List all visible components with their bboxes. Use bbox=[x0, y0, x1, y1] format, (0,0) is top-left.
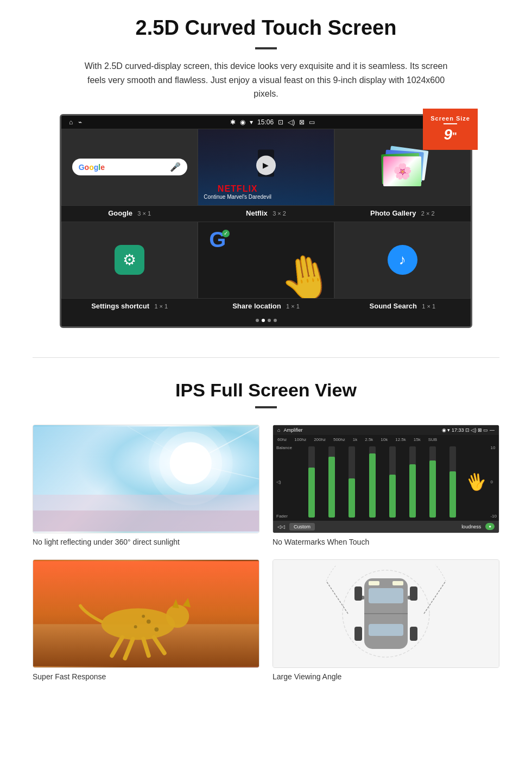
app-grid-row1: Google 🎤 bbox=[61, 129, 471, 206]
svg-point-16 bbox=[134, 625, 137, 628]
hand-on-eq-icon: 🖐 bbox=[464, 470, 489, 494]
feature-img-no-light bbox=[33, 425, 259, 533]
amplifier-display: ⌂ Amplifier ◉ ▾ 17:33 ⊡ ◁) ⊠ ▭ — 60hz 10… bbox=[273, 425, 499, 533]
eq-bar-5 bbox=[389, 446, 396, 518]
eq-bar-group-4 bbox=[363, 446, 382, 518]
app-cell-share-location[interactable]: G ✓ 🤚 bbox=[198, 222, 334, 299]
feature-img-car bbox=[273, 559, 499, 668]
app-grid-row2: ⚙ G ✓ 🤚 ♪ bbox=[61, 222, 471, 299]
volume-icon: ◁) bbox=[288, 118, 295, 126]
status-time: 15:06 bbox=[257, 118, 274, 126]
section-curved-screen: 2.5D Curved Touch Screen With 2.5D curve… bbox=[0, 0, 532, 341]
app-label-sound: Sound Search 1 × 1 bbox=[334, 299, 471, 314]
mic-icon: 🎤 bbox=[170, 162, 181, 172]
feature-caption-no-light: No light reflecting under 360° direct su… bbox=[33, 538, 259, 546]
sky-svg bbox=[33, 425, 259, 533]
eq-fill-8 bbox=[449, 471, 456, 518]
badge-underline bbox=[444, 123, 457, 124]
eq-bar-group bbox=[302, 446, 321, 518]
photo-flower-card: 🌸 bbox=[383, 156, 421, 186]
section2-title: IPS Full Screen View bbox=[33, 380, 499, 401]
svg-point-15 bbox=[147, 619, 151, 623]
feature-caption-no-watermarks: No Watermarks When Touch bbox=[273, 538, 499, 546]
wifi-icon: ▾ bbox=[250, 118, 253, 126]
share-app-size: 1 × 1 bbox=[286, 303, 300, 310]
feature-grid: No light reflecting under 360° direct su… bbox=[33, 425, 499, 681]
app-cell-sound-search[interactable]: ♪ bbox=[334, 222, 471, 299]
eq-bar-group-6 bbox=[403, 446, 422, 518]
badge-label: Screen Size bbox=[430, 115, 470, 122]
eq-bar-group-5 bbox=[383, 446, 402, 518]
cheetah-svg bbox=[33, 560, 259, 667]
amp-back-icon: ◁◁ bbox=[277, 524, 285, 529]
share-app-name: Share location bbox=[232, 302, 281, 310]
title-underline-1 bbox=[255, 47, 277, 49]
settings-bg: ⚙ bbox=[62, 222, 197, 298]
feature-caption-fast-response: Super Fast Response bbox=[33, 672, 259, 681]
amp-loudness-label: loudness bbox=[461, 524, 481, 529]
feature-fast-response: Super Fast Response bbox=[33, 559, 259, 681]
eq-bar-4 bbox=[369, 446, 376, 518]
app-label-row1: Google 3 × 1 Netflix 3 × 2 Photo Gallery… bbox=[61, 206, 471, 222]
photo-app-size: 2 × 2 bbox=[421, 210, 435, 217]
square-icon: ▭ bbox=[309, 118, 315, 126]
pagination-dots bbox=[61, 314, 471, 326]
app-cell-netflix[interactable]: ▶ NETFLIX Continue Marvel's Daredevil bbox=[198, 129, 334, 206]
amp-custom-btn: Custom bbox=[289, 523, 315, 531]
netflix-subtitle: Continue Marvel's Daredevil bbox=[204, 194, 271, 200]
feature-caption-large-angle: Large Viewing Angle bbox=[273, 672, 499, 681]
netflix-content: ▶ NETFLIX Continue Marvel's Daredevil bbox=[198, 129, 333, 205]
eq-fill-6 bbox=[409, 464, 416, 518]
gear-icon: ⚙ bbox=[123, 251, 136, 269]
photo-app-name: Photo Gallery bbox=[370, 209, 416, 217]
device-mockup: Screen Size 9" ⌂ ⌁ ✱ ◉ ▾ 15:06 ⊡ ◁) bbox=[60, 114, 472, 328]
cheetah-image bbox=[33, 560, 259, 667]
camera-icon: ⊡ bbox=[278, 118, 283, 126]
amp-title: Amplifier bbox=[283, 427, 302, 433]
screen-size-badge: Screen Size 9" bbox=[423, 109, 478, 150]
settings-app-name: Settings shortcut bbox=[91, 302, 149, 310]
svg-rect-8 bbox=[33, 510, 259, 532]
eq-bar-8 bbox=[449, 446, 456, 518]
amp-icons: ◉ ▾ 17:33 ⊡ ◁) ⊠ ▭ — bbox=[442, 427, 495, 433]
music-note-icon: ♪ bbox=[388, 245, 417, 275]
eq-bar-1 bbox=[308, 446, 315, 518]
car-top-view bbox=[273, 560, 499, 667]
app-cell-google[interactable]: Google 🎤 bbox=[61, 129, 198, 206]
amp-footer: ◁◁ Custom loudness ● bbox=[273, 521, 499, 533]
google-logo: Google bbox=[79, 163, 105, 172]
svg-rect-35 bbox=[369, 581, 379, 585]
amp-home-icon: ⌂ bbox=[277, 427, 280, 433]
feature-img-cheetah bbox=[33, 559, 259, 668]
settings-icon: ⚙ bbox=[115, 245, 144, 275]
svg-point-17 bbox=[154, 627, 159, 632]
google-app-size: 3 × 1 bbox=[137, 210, 151, 217]
amp-header: ⌂ Amplifier ◉ ▾ 17:33 ⊡ ◁) ⊠ ▭ — bbox=[273, 425, 499, 435]
svg-point-11 bbox=[102, 608, 175, 640]
google-search-bar[interactable]: Google 🎤 bbox=[72, 159, 187, 175]
amp-toggle: ● bbox=[485, 523, 495, 530]
eq-bar-group-8 bbox=[444, 446, 462, 518]
app-cell-settings[interactable]: ⚙ bbox=[61, 222, 198, 299]
share-location-bg: G ✓ 🤚 bbox=[198, 222, 333, 298]
app-label-row2: Settings shortcut 1 × 1 Share location 1… bbox=[61, 299, 471, 314]
svg-rect-31 bbox=[354, 586, 362, 601]
netflix-bg: ▶ NETFLIX Continue Marvel's Daredevil bbox=[198, 129, 333, 205]
netflix-label: NETFLIX Continue Marvel's Daredevil bbox=[204, 184, 271, 200]
svg-rect-36 bbox=[392, 581, 403, 585]
car-svg bbox=[315, 565, 457, 663]
device-screen: ⌂ ⌁ ✱ ◉ ▾ 15:06 ⊡ ◁) ⊠ ▭ bbox=[60, 114, 472, 328]
status-bar-left: ⌂ ⌁ bbox=[69, 118, 82, 126]
amp-main-area: Balance ◁) Fader bbox=[273, 443, 499, 521]
eq-bar-group-2 bbox=[322, 446, 341, 518]
eq-bar-6 bbox=[409, 446, 416, 518]
sound-app-name: Sound Search bbox=[370, 302, 417, 310]
eq-bar-group-3 bbox=[343, 446, 361, 518]
eq-bar-7 bbox=[429, 446, 436, 518]
dot-3 bbox=[268, 319, 271, 322]
usb-icon: ⌁ bbox=[78, 118, 82, 126]
badge-inch-symbol: " bbox=[452, 131, 457, 142]
play-button[interactable]: ▶ bbox=[256, 155, 276, 175]
svg-rect-26 bbox=[369, 624, 403, 636]
google-app-name: Google bbox=[108, 209, 132, 217]
